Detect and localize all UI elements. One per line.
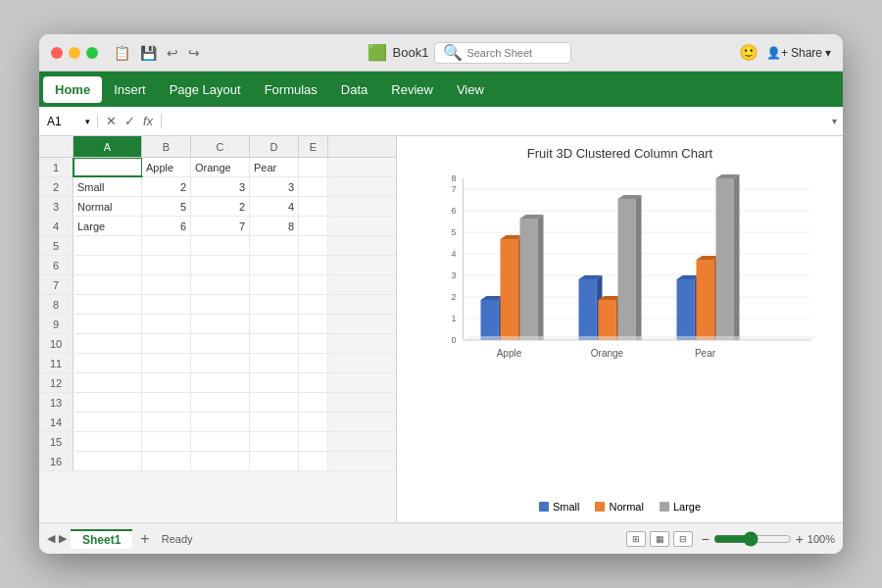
cell[interactable]	[299, 315, 328, 333]
confirm-formula-icon[interactable]: ✓	[124, 114, 135, 128]
grid-cell-C1[interactable]: Orange	[191, 158, 250, 176]
cell[interactable]	[74, 275, 142, 294]
tab-insert[interactable]: Insert	[102, 76, 158, 103]
cell[interactable]	[299, 295, 328, 314]
tab-view[interactable]: View	[445, 76, 496, 103]
cell[interactable]	[299, 373, 328, 392]
contact-icon[interactable]: 📋	[114, 45, 130, 61]
col-header-D[interactable]: D	[250, 136, 299, 157]
grid-cell-B3[interactable]: 5	[142, 197, 191, 216]
grid-cell-A3[interactable]: Normal	[74, 197, 142, 216]
grid-cell-C4[interactable]: 7	[191, 217, 250, 235]
cell[interactable]	[142, 393, 191, 412]
grid-cell-B2[interactable]: 2	[142, 177, 191, 196]
cell[interactable]	[299, 236, 328, 255]
grid-cell-A1[interactable]	[74, 158, 142, 176]
cell[interactable]	[299, 275, 328, 294]
grid-cell-B4[interactable]: 6	[142, 217, 191, 235]
cell[interactable]	[142, 236, 191, 255]
cancel-formula-icon[interactable]: ✕	[106, 114, 117, 128]
search-box[interactable]: 🔍	[434, 42, 571, 64]
dropdown-icon[interactable]: ▾	[85, 117, 90, 126]
cell[interactable]	[250, 413, 299, 431]
col-header-E[interactable]: E	[299, 136, 328, 157]
cell[interactable]	[74, 256, 142, 274]
grid-cell-D2[interactable]: 3	[250, 177, 299, 196]
cell[interactable]	[191, 393, 250, 412]
cell[interactable]	[191, 373, 250, 392]
cell[interactable]	[250, 452, 299, 470]
cell[interactable]	[191, 295, 250, 314]
cell[interactable]	[74, 354, 142, 372]
sheet-tab-1[interactable]: Sheet1	[71, 529, 132, 549]
grid-cell-A4[interactable]: Large	[74, 217, 142, 235]
tab-page-layout[interactable]: Page Layout	[158, 76, 253, 103]
cell[interactable]	[191, 256, 250, 274]
tab-data[interactable]: Data	[329, 76, 379, 103]
search-input[interactable]	[466, 47, 563, 59]
tab-review[interactable]: Review	[379, 76, 445, 103]
share-button[interactable]: 👤+ Share ▾	[766, 46, 831, 60]
cell[interactable]	[142, 256, 191, 274]
close-button[interactable]	[51, 47, 63, 59]
cell[interactable]	[191, 413, 250, 431]
zoom-in-button[interactable]: +	[796, 531, 804, 547]
zoom-slider[interactable]	[713, 531, 792, 547]
grid-cell-D4[interactable]: 8	[250, 217, 299, 235]
tab-formulas[interactable]: Formulas	[253, 76, 329, 103]
cell[interactable]	[191, 275, 250, 294]
grid-cell-E1[interactable]	[299, 158, 328, 176]
cell[interactable]	[299, 413, 328, 431]
cell[interactable]	[299, 393, 328, 412]
cell[interactable]	[250, 393, 299, 412]
redo-icon[interactable]: ↪	[188, 45, 200, 61]
cell[interactable]	[74, 334, 142, 353]
grid-cell-E4[interactable]	[299, 217, 328, 235]
col-header-C[interactable]: C	[191, 136, 250, 157]
next-sheet-button[interactable]: ▶	[59, 532, 67, 545]
cell[interactable]	[250, 354, 299, 372]
add-sheet-button[interactable]: +	[136, 530, 153, 548]
grid-cell-A2[interactable]: Small	[74, 177, 142, 196]
cell[interactable]	[142, 413, 191, 431]
cell[interactable]	[142, 275, 191, 294]
cell[interactable]	[142, 315, 191, 333]
save-icon[interactable]: 💾	[140, 45, 157, 61]
page-break-view-button[interactable]: ⊟	[673, 531, 693, 547]
cell[interactable]	[74, 295, 142, 314]
cell[interactable]	[299, 354, 328, 372]
cell[interactable]	[142, 334, 191, 353]
grid-cell-C3[interactable]: 2	[191, 197, 250, 216]
cell[interactable]	[191, 354, 250, 372]
cell[interactable]	[250, 236, 299, 255]
cell[interactable]	[250, 373, 299, 392]
cell[interactable]	[74, 393, 142, 412]
tab-home[interactable]: Home	[43, 76, 102, 103]
cell[interactable]	[142, 432, 191, 451]
prev-sheet-button[interactable]: ◀	[47, 532, 55, 545]
cell-ref-input[interactable]	[47, 115, 81, 128]
cell[interactable]	[142, 295, 191, 314]
col-header-B[interactable]: B	[142, 136, 191, 157]
grid-cell-D3[interactable]: 4	[250, 197, 299, 216]
cell[interactable]	[250, 295, 299, 314]
cell[interactable]	[191, 432, 250, 451]
col-header-A[interactable]: A	[74, 136, 142, 157]
cell[interactable]	[142, 373, 191, 392]
undo-icon[interactable]: ↩	[167, 45, 178, 61]
fx-icon[interactable]: fx	[143, 114, 153, 128]
grid-cell-D1[interactable]: Pear	[250, 158, 299, 176]
grid-cell-C2[interactable]: 3	[191, 177, 250, 196]
minimize-button[interactable]	[69, 47, 80, 59]
formula-dropdown-icon[interactable]: ▾	[832, 116, 843, 126]
cell[interactable]	[142, 452, 191, 470]
cell[interactable]	[250, 256, 299, 274]
cell[interactable]	[74, 373, 142, 392]
cell[interactable]	[74, 413, 142, 431]
cell[interactable]	[74, 315, 142, 333]
cell[interactable]	[250, 315, 299, 333]
smiley-icon[interactable]: 🙂	[739, 43, 759, 62]
cell[interactable]	[299, 334, 328, 353]
page-layout-view-button[interactable]: ▦	[650, 531, 669, 547]
normal-view-button[interactable]: ⊞	[626, 531, 646, 547]
